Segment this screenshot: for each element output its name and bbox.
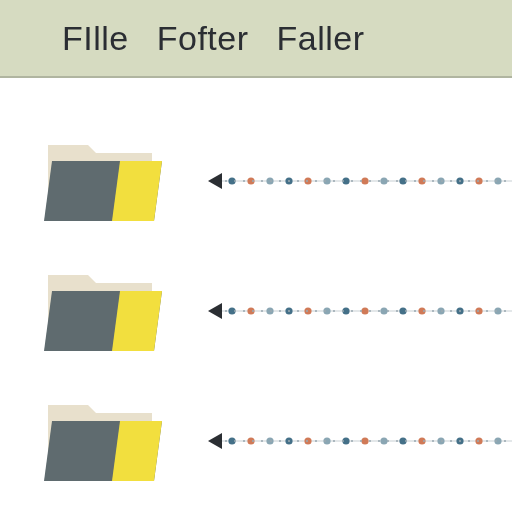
- svg-point-43: [459, 180, 461, 182]
- svg-marker-104: [208, 303, 222, 319]
- svg-point-17: [225, 180, 227, 182]
- svg-point-154: [504, 440, 506, 442]
- svg-point-74: [261, 310, 263, 312]
- svg-point-45: [477, 180, 479, 182]
- svg-point-34: [378, 180, 380, 182]
- svg-point-136: [342, 440, 344, 442]
- svg-point-73: [252, 310, 254, 312]
- svg-point-26: [306, 180, 308, 182]
- svg-marker-51: [208, 173, 222, 189]
- folder-row: [0, 246, 512, 376]
- svg-point-25: [297, 180, 299, 182]
- svg-point-87: [378, 310, 380, 312]
- svg-point-126: [252, 440, 254, 442]
- svg-point-8: [361, 177, 368, 184]
- svg-point-137: [351, 440, 353, 442]
- svg-point-27: [315, 180, 317, 182]
- svg-point-91: [414, 310, 416, 312]
- header-word-2: Fofter: [157, 19, 249, 58]
- svg-point-23: [279, 180, 281, 182]
- svg-point-71: [234, 310, 236, 312]
- svg-point-142: [396, 440, 398, 442]
- svg-point-141: [387, 440, 389, 442]
- svg-point-139: [369, 440, 371, 442]
- svg-point-29: [333, 180, 335, 182]
- svg-point-40: [432, 180, 434, 182]
- svg-point-153: [495, 440, 497, 442]
- header-word-3: Faller: [277, 19, 365, 58]
- svg-point-127: [261, 440, 263, 442]
- svg-point-28: [324, 180, 326, 182]
- svg-point-98: [477, 310, 479, 312]
- svg-point-47: [495, 180, 497, 182]
- svg-point-62: [380, 307, 387, 314]
- svg-point-89: [396, 310, 398, 312]
- svg-point-24: [288, 180, 290, 182]
- svg-point-38: [414, 180, 416, 182]
- svg-point-76: [279, 310, 281, 312]
- svg-point-115: [380, 437, 387, 444]
- svg-point-37: [405, 180, 407, 182]
- svg-point-150: [468, 440, 470, 442]
- svg-point-78: [297, 310, 299, 312]
- svg-point-94: [441, 310, 443, 312]
- svg-point-41: [441, 180, 443, 182]
- svg-point-99: [486, 310, 488, 312]
- svg-point-123: [225, 440, 227, 442]
- timeline-rail: [208, 281, 512, 341]
- svg-point-132: [306, 440, 308, 442]
- svg-point-97: [468, 310, 470, 312]
- svg-point-140: [378, 440, 380, 442]
- svg-point-125: [243, 440, 245, 442]
- header-bar: FIlle Fofter Faller: [0, 0, 512, 78]
- svg-point-134: [324, 440, 326, 442]
- svg-point-72: [243, 310, 245, 312]
- svg-point-36: [396, 180, 398, 182]
- svg-point-149: [459, 440, 461, 442]
- svg-point-114: [361, 437, 368, 444]
- svg-point-77: [288, 310, 290, 312]
- svg-point-20: [252, 180, 254, 182]
- svg-point-85: [360, 310, 362, 312]
- svg-point-70: [225, 310, 227, 312]
- svg-point-128: [270, 440, 272, 442]
- svg-point-46: [486, 180, 488, 182]
- svg-point-138: [360, 440, 362, 442]
- svg-point-96: [459, 310, 461, 312]
- svg-point-19: [243, 180, 245, 182]
- svg-point-100: [495, 310, 497, 312]
- svg-point-146: [432, 440, 434, 442]
- folder-icon: [40, 391, 168, 491]
- svg-point-90: [405, 310, 407, 312]
- svg-point-33: [369, 180, 371, 182]
- folder-row: [0, 116, 512, 246]
- svg-point-32: [360, 180, 362, 182]
- svg-point-152: [486, 440, 488, 442]
- svg-point-18: [234, 180, 236, 182]
- svg-point-129: [279, 440, 281, 442]
- svg-point-144: [414, 440, 416, 442]
- folder-icon: [40, 261, 168, 361]
- svg-point-82: [333, 310, 335, 312]
- svg-point-92: [423, 310, 425, 312]
- svg-point-83: [342, 310, 344, 312]
- svg-point-88: [387, 310, 389, 312]
- svg-point-151: [477, 440, 479, 442]
- svg-point-101: [504, 310, 506, 312]
- svg-point-95: [450, 310, 452, 312]
- svg-point-30: [342, 180, 344, 182]
- svg-point-35: [387, 180, 389, 182]
- svg-point-133: [315, 440, 317, 442]
- svg-point-86: [369, 310, 371, 312]
- svg-point-39: [423, 180, 425, 182]
- timeline-rail: [208, 411, 512, 471]
- svg-point-22: [270, 180, 272, 182]
- timeline-rail: [208, 151, 512, 211]
- svg-point-44: [468, 180, 470, 182]
- svg-point-135: [333, 440, 335, 442]
- svg-marker-157: [208, 433, 222, 449]
- svg-point-48: [504, 180, 506, 182]
- svg-point-61: [361, 307, 368, 314]
- svg-point-81: [324, 310, 326, 312]
- svg-point-93: [432, 310, 434, 312]
